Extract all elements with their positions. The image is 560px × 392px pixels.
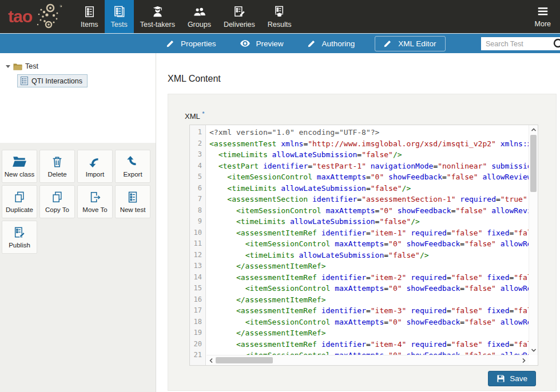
new-test-icon [126, 191, 139, 203]
code-area[interactable]: <?xml version="1.0" encoding="UTF-8"?><a… [206, 125, 529, 355]
new-test-button[interactable]: New test [115, 185, 150, 218]
tao-logo-burst-icon: ® [31, 2, 64, 31]
xml-field-label: XML * [185, 110, 205, 121]
export-icon [126, 155, 140, 168]
code-line: <assessmentItemRef identifier="item-4" r… [209, 339, 529, 350]
code-line: <itemSessionControl maxAttempts="0" show… [209, 171, 529, 183]
code-line: <assessmentItemRef identifier="item-3" r… [209, 305, 529, 317]
action-label: Duplicate [6, 206, 33, 213]
folder-icon [13, 63, 22, 70]
horizontal-scroll-thumb[interactable] [216, 357, 273, 363]
code-line: <timeLimits allowLateSubmission="false"/… [209, 250, 529, 261]
save-icon [497, 374, 505, 383]
tab-label: XML Editor [398, 39, 436, 48]
tree-action-buttons: New class Delete Import Export Dupl [0, 143, 156, 392]
tab-xml-editor[interactable]: XML Editor [375, 36, 445, 51]
publish-button[interactable]: Publish [2, 221, 37, 254]
code-line: <assessmentItemRef identifier="item-1" r… [209, 227, 529, 239]
test-icon [21, 77, 28, 85]
search-box [481, 37, 560, 50]
save-button[interactable]: Save [488, 371, 536, 386]
code-line: </assessmentItemRef> [209, 261, 529, 272]
copy-to-button[interactable]: Copy To [39, 185, 75, 218]
move-icon [89, 191, 101, 203]
action-label: New class [5, 171, 34, 178]
vertical-scroll-thumb[interactable] [530, 135, 537, 192]
tree-node-test[interactable]: Test [6, 62, 38, 70]
nav-tab-label: Groups [188, 21, 211, 29]
trash-icon [51, 155, 63, 168]
nav-tab-label: Items [81, 21, 98, 29]
action-label: Copy To [45, 206, 69, 213]
code-line: <itemSessionControl maxAttempts="0" show… [209, 283, 529, 294]
code-line: </assessmentItemRef> [209, 294, 529, 306]
action-label: Publish [9, 242, 30, 249]
nav-tab-test-takers[interactable]: Test-takers [134, 0, 181, 33]
new-class-button[interactable]: New class [2, 150, 37, 183]
library-sidebar: Test QTI Interactions New class Delete [0, 53, 156, 392]
scroll-right-arrow-icon[interactable] [519, 356, 529, 365]
nav-tab-more[interactable]: More [526, 0, 560, 33]
nav-tab-tests[interactable]: Tests [105, 0, 134, 33]
duplicate-button[interactable]: Duplicate [2, 185, 37, 218]
nav-tab-deliveries[interactable]: Deliveries [217, 0, 261, 33]
nav-tab-results[interactable]: Results [261, 0, 298, 33]
action-label: Delete [47, 171, 66, 178]
line-numbers: 123456789101112131415161718192021 [190, 125, 206, 365]
view-tabs: Properties Preview Authoring XML Editor [162, 34, 446, 53]
export-button[interactable]: Export [115, 150, 150, 183]
main-nav: Items Tests Test-takers [74, 0, 297, 33]
tao-logo[interactable]: tao ® [0, 0, 70, 33]
test-tree: Test QTI Interactions [0, 53, 156, 143]
xml-form-panel: XML * 123456789101112131415161718192021 … [168, 94, 557, 391]
delete-button[interactable]: Delete [39, 150, 75, 183]
search-input[interactable] [481, 40, 553, 48]
move-to-button[interactable]: Move To [77, 185, 113, 218]
deliveries-icon [233, 5, 246, 18]
nav-tab-groups[interactable]: Groups [181, 0, 217, 33]
duplicate-icon [13, 191, 26, 203]
pencil-icon [166, 39, 174, 47]
scroll-up-arrow-icon[interactable] [529, 125, 538, 134]
xml-editor-view: XML Content XML * 1234567891011121314151… [157, 53, 560, 392]
nav-tab-label: Tests [111, 21, 128, 29]
nav-more-label: More [535, 20, 551, 28]
horizontal-scrollbar[interactable] [206, 355, 529, 365]
tests-icon [113, 5, 126, 18]
import-icon [88, 155, 102, 168]
tao-logo-text: tao [8, 8, 32, 25]
top-navbar: tao ® Items [0, 0, 560, 33]
tree-node-label: QTI Interactions [31, 77, 82, 85]
caret-down-icon[interactable] [6, 65, 10, 68]
action-bar: Properties Preview Authoring XML Editor [0, 33, 560, 53]
nav-tab-label: Deliveries [224, 21, 255, 29]
folder-new-icon [12, 155, 27, 168]
action-label: Import [86, 171, 105, 178]
vertical-scrollbar[interactable] [529, 125, 538, 355]
code-line: <?xml version="1.0" encoding="UTF-8"?> [209, 127, 529, 138]
import-button[interactable]: Import [77, 150, 113, 183]
pencil-icon [384, 39, 392, 47]
action-label: Move To [82, 206, 107, 213]
scroll-left-arrow-icon[interactable] [206, 356, 216, 365]
save-label: Save [510, 374, 527, 383]
tab-preview[interactable]: Preview [236, 36, 288, 51]
eye-icon [240, 40, 250, 47]
tab-label: Preview [256, 39, 284, 48]
scroll-down-arrow-icon[interactable] [529, 346, 538, 355]
action-label: Export [123, 171, 142, 178]
action-label: New test [120, 206, 146, 213]
nav-tab-items[interactable]: Items [74, 0, 105, 33]
code-line: <testPart identifier="testPart-1" naviga… [209, 161, 529, 172]
publish-icon [13, 226, 26, 239]
code-line: <assessmentSection identifier="assessmen… [209, 194, 529, 205]
search-icon[interactable] [553, 38, 560, 50]
pencil-icon [308, 39, 316, 47]
tree-node-qti-interactions[interactable]: QTI Interactions [17, 74, 88, 87]
code-line: </assessmentItemRef> [209, 327, 529, 339]
xml-code-editor: 123456789101112131415161718192021 <?xml … [189, 125, 538, 366]
nav-tab-label: Test-takers [140, 21, 175, 29]
tab-authoring[interactable]: Authoring [304, 36, 359, 51]
tab-properties[interactable]: Properties [162, 36, 220, 51]
code-line: <timeLimits allowLateSubmission="false"/… [209, 216, 529, 227]
